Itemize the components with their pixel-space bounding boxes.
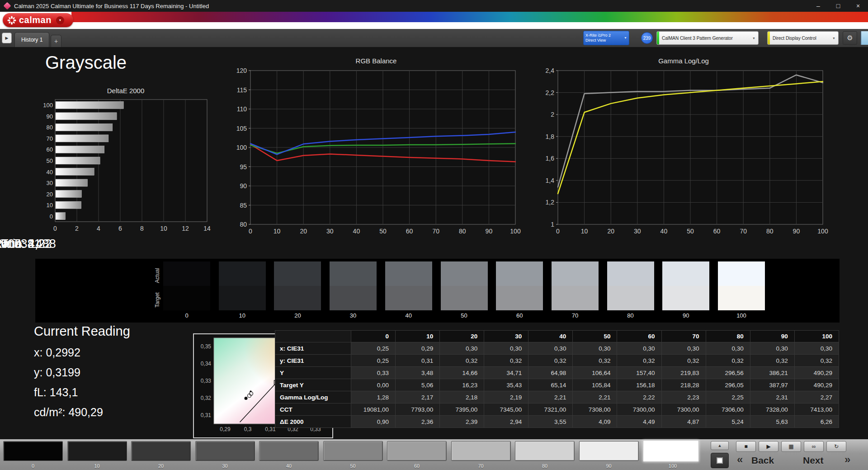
title-bar: Calman 2025 Calman Ultimate for Business… bbox=[0, 0, 868, 12]
level-patch-button[interactable] bbox=[579, 441, 639, 461]
level-patch-button[interactable] bbox=[3, 441, 63, 461]
grayscale-swatch bbox=[330, 261, 377, 310]
play-button[interactable]: ▶ bbox=[759, 441, 778, 452]
swatch-row-label-target: Target bbox=[154, 286, 160, 313]
app-icon bbox=[4, 2, 11, 10]
save-button[interactable]: ▦ bbox=[781, 441, 801, 452]
table-col-header bbox=[275, 331, 351, 342]
table-cell: 2,21 bbox=[528, 391, 573, 404]
layout-toggle-button[interactable] bbox=[711, 453, 729, 468]
calman-logo-text: calman bbox=[19, 15, 52, 25]
svg-text:70: 70 bbox=[432, 228, 439, 235]
minimize-button[interactable]: – bbox=[808, 0, 828, 12]
svg-text:2: 2 bbox=[75, 225, 79, 232]
stop-button[interactable]: ■ bbox=[736, 441, 756, 452]
table-cell: 0,30 bbox=[661, 342, 706, 355]
close-button[interactable]: × bbox=[848, 0, 868, 12]
table-cell: 0,29 bbox=[396, 342, 440, 355]
table-cell: 156,18 bbox=[617, 379, 661, 391]
level-patch-button[interactable] bbox=[195, 441, 255, 461]
table-cell: 2,18 bbox=[440, 391, 484, 404]
meter-line2: Direct View bbox=[585, 38, 611, 43]
svg-text:30: 30 bbox=[47, 180, 53, 186]
level-patch-button[interactable] bbox=[323, 441, 383, 461]
next-chevron-icon[interactable]: » bbox=[844, 453, 850, 466]
logo-dropdown-icon[interactable]: ▼ bbox=[56, 16, 64, 24]
swatch-target bbox=[718, 286, 765, 310]
level-patch-button[interactable] bbox=[643, 440, 699, 462]
level-patch-button[interactable] bbox=[387, 441, 447, 461]
table-cell: 490,29 bbox=[794, 379, 839, 391]
display-control-dropdown[interactable]: Direct Display Control ▼ bbox=[767, 31, 839, 45]
table-cell: 4,87 bbox=[661, 416, 706, 428]
window-title: Calman 2025 Calman Ultimate for Business… bbox=[14, 3, 808, 9]
svg-text:80: 80 bbox=[459, 228, 466, 235]
table-cell: 2,39 bbox=[440, 416, 484, 428]
table-row-label: y: CIE31 bbox=[275, 355, 351, 367]
continuous-measure-button[interactable]: ∞ bbox=[804, 441, 824, 452]
maximize-button[interactable]: □ bbox=[828, 0, 848, 12]
table-cell: 3,55 bbox=[528, 416, 573, 428]
display-control-label: Direct Display Control bbox=[770, 36, 819, 41]
table-row-label: CCT bbox=[275, 404, 351, 416]
svg-text:2: 2 bbox=[551, 111, 554, 118]
patch-label: 10 bbox=[67, 463, 127, 469]
side-panel-handle[interactable] bbox=[860, 31, 868, 45]
level-patch-button[interactable] bbox=[67, 441, 127, 461]
svg-text:6: 6 bbox=[118, 225, 122, 232]
patch-label: 60 bbox=[387, 463, 447, 469]
table-cell: 0,25 bbox=[351, 342, 396, 355]
meter-dropdown[interactable]: X-Rite i1Pro 2 Direct View ▼ bbox=[583, 31, 629, 45]
table-cell: 7300,00 bbox=[661, 404, 706, 416]
svg-text:70: 70 bbox=[740, 228, 747, 235]
svg-text:60: 60 bbox=[713, 228, 721, 235]
gamma-chart: Gamma Log/Log 010203040506070809010011,2… bbox=[539, 57, 828, 240]
table-col-header: 60 bbox=[617, 331, 661, 342]
level-patch-button[interactable] bbox=[131, 441, 191, 461]
next-button[interactable]: Next bbox=[803, 455, 824, 466]
calman-logo-menu[interactable]: calman ▼ bbox=[3, 13, 73, 27]
patch-label: 40 bbox=[259, 463, 319, 469]
svg-text:85: 85 bbox=[240, 202, 247, 209]
history-nav-icon[interactable]: ▶ bbox=[2, 33, 12, 43]
back-chevron-icon[interactable]: « bbox=[737, 453, 743, 466]
table-cell: 7328,00 bbox=[750, 404, 794, 416]
svg-text:100: 100 bbox=[510, 228, 521, 235]
pattern-generator-dropdown[interactable]: CalMAN Client 3 Pattern Generator ▼ bbox=[656, 31, 759, 45]
swatch-actual bbox=[385, 261, 432, 286]
swatch-target bbox=[274, 286, 321, 310]
svg-text:40: 40 bbox=[660, 228, 668, 235]
brand-bar: calman ▼ bbox=[0, 12, 868, 29]
grayscale-swatch bbox=[274, 261, 321, 310]
settings-gear-button[interactable]: ⚙ bbox=[843, 31, 857, 45]
refresh-button[interactable]: ↻ bbox=[826, 441, 846, 452]
svg-text:0,35: 0,35 bbox=[201, 343, 212, 350]
table-cell: 2,27 bbox=[794, 391, 839, 404]
svg-text:0,34: 0,34 bbox=[201, 361, 212, 367]
table-cell: 4,09 bbox=[573, 416, 617, 428]
svg-text:95: 95 bbox=[240, 163, 247, 171]
table-cell: 0,32 bbox=[440, 355, 484, 367]
swatch-target bbox=[607, 286, 654, 310]
measurement-count-badge[interactable]: 239 bbox=[641, 32, 653, 44]
table-cell: 0,00 bbox=[351, 379, 396, 391]
svg-text:20: 20 bbox=[300, 228, 307, 235]
back-button[interactable]: Back bbox=[751, 455, 774, 466]
collapse-panel-button[interactable]: ▲ bbox=[711, 441, 729, 450]
swatch-actual bbox=[496, 261, 543, 286]
table-cell: 2,25 bbox=[706, 391, 750, 404]
level-patch-button[interactable] bbox=[259, 441, 319, 461]
table-cell: 3,48 bbox=[396, 367, 440, 379]
svg-text:0,29: 0,29 bbox=[220, 426, 231, 432]
tab-history-1[interactable]: History 1 bbox=[14, 32, 49, 47]
table-col-header: 10 bbox=[396, 331, 440, 342]
level-patch-button[interactable] bbox=[515, 441, 575, 461]
page-title: Grayscale bbox=[45, 52, 127, 73]
table-cell: 106,64 bbox=[573, 367, 617, 379]
table-cell: 0,30 bbox=[750, 342, 794, 355]
add-tab-button[interactable]: + bbox=[51, 35, 61, 47]
grayscale-swatch bbox=[385, 261, 432, 310]
swatch-label: 40 bbox=[385, 312, 432, 319]
table-cell: 0,90 bbox=[351, 416, 396, 428]
level-patch-button[interactable] bbox=[451, 441, 511, 461]
